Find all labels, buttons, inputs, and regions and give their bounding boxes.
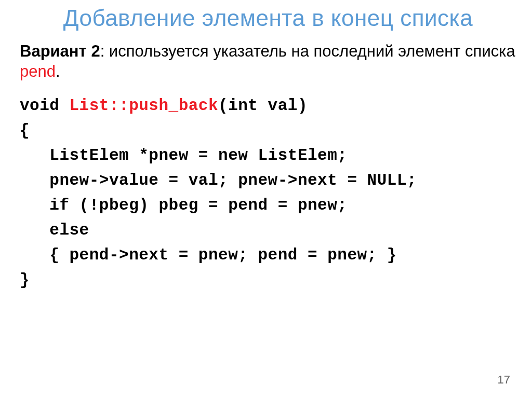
slide-title: Добавление элемента в конец списка [20,5,516,31]
code-l6: else [20,221,89,239]
code-l4: pnew->value = val; pnew->next = NULL; [20,171,417,189]
code-l1c: (int val) [218,97,308,115]
code-l8: } [20,271,30,289]
code-l1b: List::push_back [70,97,219,115]
code-l1a: void [20,97,70,115]
pointer-name: pend [20,62,56,80]
code-l7: { pend->next = pnew; pend = pnew; } [20,246,397,264]
slide: Добавление элемента в конец списка Вариа… [0,0,532,398]
desc-text-1: : используется указатель на последний эл… [100,42,515,60]
code-l5: if (!pbeg) pbeg = pend = pnew; [20,196,347,214]
page-number: 17 [498,373,510,387]
variant-label: Вариант 2 [20,42,100,60]
code-block: void List::push_back(int val) { ListElem… [20,93,516,293]
description-paragraph: Вариант 2: используется указатель на пос… [20,42,516,82]
code-l2: { [20,121,30,140]
code-l3: ListElem *pnew = new ListElem; [20,146,347,164]
desc-text-2: . [56,62,60,80]
